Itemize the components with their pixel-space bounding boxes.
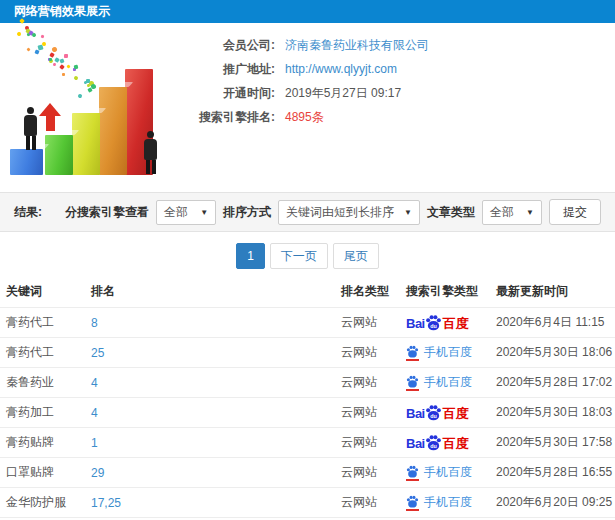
- update-time-cell: 2020年5月30日 18:03: [490, 398, 615, 428]
- next-page-button[interactable]: 下一页: [270, 243, 328, 269]
- baidu-paw-icon: du: [425, 434, 442, 451]
- info-row-rank-count: 搜索引擎排名: 4895条: [175, 105, 615, 129]
- mobile-baidu-paw-icon: [406, 495, 419, 511]
- baidu-paw-icon: du: [425, 404, 442, 421]
- update-time-cell: 2020年5月28日 16:55: [490, 458, 615, 488]
- update-time-cell: 2020年6月20日 09:25: [490, 488, 615, 518]
- chevron-down-icon: ▼: [200, 208, 208, 217]
- rank-link[interactable]: 29: [91, 466, 104, 480]
- update-time-cell: 2020年5月30日 17:58: [490, 428, 615, 458]
- rank-link[interactable]: 25: [91, 346, 104, 360]
- engine-select[interactable]: 全部 ▼: [156, 200, 216, 225]
- search-engine-cell: Bai du 百度: [400, 308, 490, 338]
- table-row: 金华防护服 17,25 云网站: [0, 488, 615, 518]
- baidu-logo: Bai du 百度: [406, 404, 469, 421]
- keyword-cell: 口罩贴牌: [0, 458, 85, 488]
- up-arrow-icon: [38, 103, 62, 133]
- rank-link[interactable]: 1: [91, 436, 98, 450]
- page: 网络营销效果展示 会员公司: 济南秦鲁药业科技有限公司: [0, 0, 615, 520]
- table-row: 秦鲁药业 4 云网站: [0, 368, 615, 398]
- search-engine-cell: Bai du 百度: [400, 398, 490, 428]
- mobile-baidu-logo: 手机百度: [406, 374, 472, 391]
- result-label: 结果:: [14, 204, 42, 221]
- chart-bar-orange: [99, 87, 127, 175]
- page-1-button[interactable]: 1: [236, 243, 265, 269]
- info-row-url: 推广地址: http://www.qlyyjt.com: [175, 57, 615, 81]
- company-label: 会员公司:: [175, 37, 275, 54]
- mobile-baidu-paw-icon: [406, 375, 419, 391]
- mobile-baidu-logo: 手机百度: [406, 464, 472, 481]
- mobile-baidu-logo: 手机百度: [406, 494, 472, 511]
- keyword-cell: 膏药代工: [0, 308, 85, 338]
- update-time-cell: 2020年6月4日 11:15: [490, 308, 615, 338]
- rank-type-cell: 云网站: [335, 308, 400, 338]
- rank-cell: 1: [85, 428, 335, 458]
- rank-type-cell: 云网站: [335, 338, 400, 368]
- rank-link[interactable]: 17,25: [91, 496, 121, 510]
- rank-type-cell: 云网站: [335, 428, 400, 458]
- chart-bar-yellow: [72, 113, 100, 175]
- svg-text:du: du: [430, 323, 437, 329]
- baidu-logo: Bai du 百度: [406, 314, 469, 331]
- baidu-paw-icon: du: [425, 314, 442, 331]
- chart-bar-blue: [10, 149, 43, 175]
- rank-cell: 17,25: [85, 488, 335, 518]
- chevron-down-icon: ▼: [404, 208, 412, 217]
- rank-link[interactable]: 4: [91, 376, 98, 390]
- last-page-button[interactable]: 尾页: [333, 243, 379, 269]
- table-row: 膏药加工 4 云网站 Bai du 百度: [0, 398, 615, 428]
- businessman-figure-right: [144, 131, 157, 174]
- sort-select[interactable]: 关键词由短到长排序 ▼: [278, 200, 420, 225]
- mobile-baidu-paw-icon: [406, 465, 419, 481]
- rank-cell: 4: [85, 368, 335, 398]
- keyword-cell: 金华防护服: [0, 488, 85, 518]
- keyword-cell: 膏药代工: [0, 338, 85, 368]
- filter-controls: 分搜索引擎查看 全部 ▼ 排序方式 关键词由短到长排序 ▼ 文章类型 全部 ▼ …: [65, 199, 601, 225]
- info-row-open-time: 开通时间: 2019年5月27日 09:17: [175, 81, 615, 105]
- page-title: 网络营销效果展示: [14, 4, 110, 18]
- keyword-cell: 膏药加工: [0, 398, 85, 428]
- rank-cell: 25: [85, 338, 335, 368]
- keyword-cell: 膏药贴牌: [0, 428, 85, 458]
- company-link[interactable]: 济南秦鲁药业科技有限公司: [285, 37, 429, 54]
- engine-filter-label: 分搜索引擎查看: [65, 204, 149, 221]
- search-engine-cell: 手机百度: [400, 458, 490, 488]
- article-type-label: 文章类型: [427, 204, 475, 221]
- chart-bar-green: [45, 135, 73, 175]
- rank-cell: 4: [85, 398, 335, 428]
- header-rank-type: 排名类型: [335, 276, 400, 308]
- mobile-baidu-logo: 手机百度: [406, 344, 472, 361]
- member-info-list: 会员公司: 济南秦鲁药业科技有限公司 推广地址: http://www.qlyy…: [175, 23, 615, 129]
- mobile-baidu-paw-icon: [406, 345, 419, 361]
- rank-link[interactable]: 8: [91, 316, 98, 330]
- promo-url-link[interactable]: http://www.qlyyjt.com: [285, 62, 397, 76]
- table-row: 膏药代工 8 云网站 Bai du 百度: [0, 308, 615, 338]
- article-type-select-value: 全部: [490, 204, 514, 221]
- sort-select-value: 关键词由短到长排序: [286, 204, 394, 221]
- engine-select-value: 全部: [164, 204, 188, 221]
- svg-text:du: du: [430, 443, 437, 449]
- rank-link[interactable]: 4: [91, 406, 98, 420]
- promo-url-label: 推广地址:: [175, 61, 275, 78]
- header-keyword: 关键词: [0, 276, 85, 308]
- article-type-select[interactable]: 全部 ▼: [482, 200, 542, 225]
- header-update-time: 最新更新时间: [490, 276, 615, 308]
- table-row: 膏药贴牌 1 云网站 Bai du 百度: [0, 428, 615, 458]
- pagination: 1 下一页 尾页: [0, 232, 615, 276]
- submit-button[interactable]: 提交: [549, 199, 601, 225]
- search-engine-cell: Bai du 百度: [400, 428, 490, 458]
- keyword-cell: 秦鲁药业: [0, 368, 85, 398]
- filter-band: 结果: 分搜索引擎查看 全部 ▼ 排序方式 关键词由短到长排序 ▼ 文章类型 全…: [0, 192, 615, 232]
- rank-cell: 29: [85, 458, 335, 488]
- chevron-down-icon: ▼: [526, 208, 534, 217]
- header-engine-type: 搜索引擎类型: [400, 276, 490, 308]
- update-time-cell: 2020年5月30日 18:06: [490, 338, 615, 368]
- rank-type-cell: 云网站: [335, 398, 400, 428]
- table-row: 口罩贴牌 29 云网站: [0, 458, 615, 488]
- title-bar: 网络营销效果展示: [0, 0, 615, 23]
- open-time-label: 开通时间:: [175, 85, 275, 102]
- bar-chart-illustration: [8, 27, 173, 177]
- rank-count-label: 搜索引擎排名:: [175, 109, 275, 126]
- rank-type-cell: 云网站: [335, 368, 400, 398]
- sort-filter-label: 排序方式: [223, 204, 271, 221]
